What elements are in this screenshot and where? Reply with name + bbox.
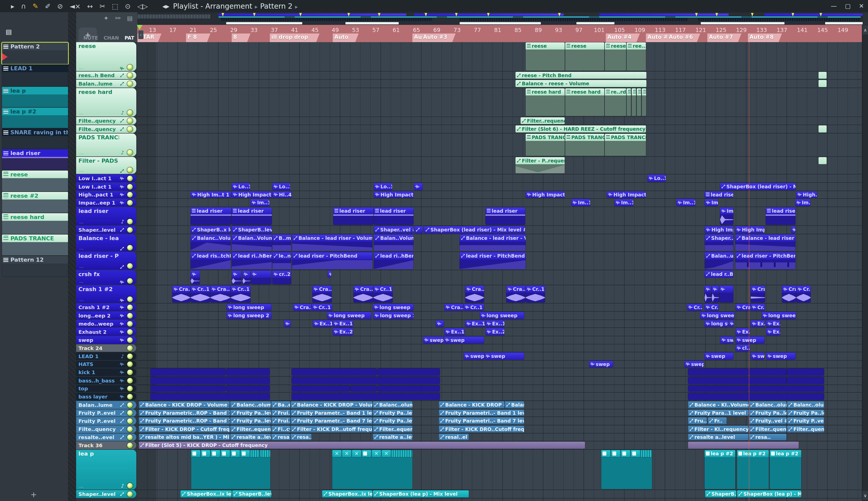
clip-body-block[interactable] (749, 385, 824, 392)
pattern-clip[interactable]: lead riser (232, 207, 272, 225)
track-header-24[interactable]: LEAD 1♪ (76, 352, 136, 360)
audio-clip[interactable] (231, 450, 240, 457)
playlist-track-lane-36[interactable]: ✕✕✕✕✕lea p #2lea p #2lea p #2 (137, 450, 862, 490)
track-header-3[interactable]: reese hard...♪ (76, 88, 136, 117)
automation-clip[interactable]: Fruity..vel #2 (749, 417, 786, 424)
automation-clip[interactable]: Fruity P..vel #2 (787, 417, 824, 424)
audio-clip[interactable] (221, 450, 230, 457)
audio-clip[interactable]: long sweep (373, 304, 414, 311)
automation-clip[interactable]: resalte altos mid ba..YER ) - Mix level (139, 434, 230, 440)
audio-clip[interactable]: swep (705, 353, 733, 360)
audio-clip[interactable] (705, 286, 711, 302)
playlist-track-lane-12[interactable]: lead riserlead riserlead riserlead riser… (137, 207, 862, 226)
track-mute-led[interactable] (127, 329, 133, 335)
audio-clip[interactable]: High Impact 1 (232, 191, 272, 198)
clip-body-block[interactable] (377, 369, 440, 376)
minimize-button[interactable]: — (831, 2, 837, 10)
automation-clip[interactable]: Balanc..olume (373, 401, 412, 408)
track-mute-led[interactable] (127, 126, 133, 132)
play-arrow-icon[interactable]: ▸ (11, 2, 14, 10)
clip-body-block[interactable] (292, 385, 350, 392)
audio-clip[interactable]: Cra..2 (506, 286, 525, 302)
pattern-clip[interactable]: lead riser (333, 207, 373, 225)
audio-clip[interactable]: Cr..1 (705, 304, 719, 311)
automation-clip[interactable]: Shaper..vel #2 (374, 226, 414, 233)
automation-clip[interactable]: Balanc..olume (787, 401, 824, 408)
playlist-track-lane-22[interactable]: swepswepswepswep (137, 336, 862, 344)
track-header-2[interactable]: Balan..lume (76, 80, 136, 87)
track-mute-led[interactable] (127, 297, 133, 302)
track-header-10[interactable]: High..pact 1 (76, 191, 136, 198)
audio-clip[interactable]: Hi..4 (272, 191, 292, 198)
timeline-marker-auto-8[interactable]: Auto #8 (748, 33, 782, 43)
automation-clip[interactable]: Balance - KICK DROP - Volume (291, 401, 372, 408)
clip-body-block[interactable] (351, 385, 377, 392)
automation-clip[interactable]: lead ris..tchBend (191, 252, 231, 269)
automation-clip[interactable] (415, 226, 423, 233)
track-mute-led[interactable] (127, 150, 133, 155)
playlist-track-lane-28[interactable] (137, 385, 862, 393)
audio-clip[interactable]: long swee (705, 320, 728, 327)
vertical-scrollbar[interactable]: ∧ ∨ (862, 25, 868, 501)
automation-clip[interactable]: Fruity Para..1 level #2 (688, 409, 749, 416)
audio-clip[interactable]: Im..1 (676, 199, 695, 206)
panel-tab-note[interactable]: NOTE (83, 35, 98, 41)
pattern-item-lea-p[interactable]: lea p (2, 87, 68, 107)
playlist-track-lane-4[interactable]: Filter..requency (137, 117, 862, 125)
track-mute-led[interactable] (127, 402, 133, 408)
pattern-item-lea-p-2[interactable]: lea p #2 (2, 108, 68, 128)
audio-clip[interactable]: Cra..2 (354, 286, 373, 302)
audio-clip[interactable]: Ex..2 (333, 328, 353, 335)
track-mute-led[interactable] (127, 184, 133, 190)
pattern-clip[interactable]: lea p #2 (770, 450, 801, 489)
audio-clip[interactable]: Lo..1 (272, 183, 290, 190)
draw-pencil-icon[interactable]: ✎ (32, 2, 38, 10)
pattern-clip[interactable]: lead riser (374, 207, 414, 225)
track-mute-led[interactable] (127, 443, 133, 448)
track-header-11[interactable]: Impac..eep 1 (76, 199, 136, 206)
audio-clip[interactable]: Cr..1 (373, 286, 393, 302)
automation-clip[interactable]: ShaperBox (lead riser) - Mix level #2 (424, 226, 525, 233)
audio-clip[interactable]: High..#5 (796, 191, 817, 198)
automation-clip[interactable]: reese - Pitch Bend (515, 72, 646, 79)
clip-body-block[interactable] (150, 369, 226, 376)
timeline-marker-8[interactable]: 8 (232, 33, 250, 43)
paint-brush-icon[interactable]: ✐ (45, 2, 51, 10)
audio-clip[interactable]: Cra..2 (751, 286, 765, 302)
track-mute-led[interactable] (127, 410, 133, 416)
audio-clip[interactable] (719, 286, 733, 302)
track-options[interactable]: ... (79, 65, 84, 70)
automation-clip[interactable]: Fruity Pa..level (230, 409, 271, 416)
audio-clip[interactable]: Cr..1 (687, 304, 702, 311)
track-header-34[interactable]: resalte..evel (76, 434, 136, 441)
zoom-icon[interactable]: ⊙ (125, 2, 131, 10)
pattern-clip[interactable]: reese hard (565, 88, 604, 116)
automation-clip[interactable]: Fruity Pa..level (230, 417, 271, 424)
playback-preview-icon[interactable]: ◁▷ (137, 2, 148, 10)
audio-clip[interactable] (251, 270, 271, 284)
playlist-track-lane-25[interactable]: swepswep (137, 361, 862, 368)
audio-clip[interactable]: Cr..1 (464, 304, 484, 311)
audio-clip[interactable]: Lo..1 (232, 183, 250, 190)
automation-clip[interactable]: Balance - lead riser - Volume (292, 235, 372, 251)
track-options[interactable]: ... (79, 110, 84, 116)
playlist-track-lane-18[interactable]: long sweepCra..2Cr..1long sweepCra..2Cr.… (137, 303, 862, 312)
track-options[interactable]: ... (79, 150, 84, 155)
playlist-track-lane-30[interactable]: Balance - KICK DROP - VolumeBalanc..olum… (137, 401, 862, 409)
clip-body-block[interactable] (226, 369, 270, 376)
audio-clip[interactable]: Cra..2 (736, 304, 750, 311)
track-mute-led[interactable] (127, 378, 133, 383)
track-header-16[interactable]: crsh fx... (76, 270, 136, 285)
audio-clip[interactable] (436, 320, 444, 327)
automation-clip[interactable]: Fi..cy (271, 426, 290, 433)
timeline-marker-auto-3[interactable]: Auto #3 (421, 33, 456, 43)
audio-clip[interactable]: Cr..1 (796, 286, 811, 302)
audio-clip[interactable]: Ex..1 (751, 320, 765, 327)
track-options[interactable]: ... (79, 245, 84, 250)
track-options[interactable]: ... (79, 168, 84, 173)
playlist-track-lane-29[interactable] (137, 393, 862, 401)
pattern-item-pads-trance[interactable]: PADS TRANCE (2, 235, 68, 255)
pattern-clip[interactable]: PADS TRANCE (605, 134, 646, 156)
pattern-item-lead-1[interactable]: LEAD 1 (2, 64, 68, 86)
audio-clip[interactable] (791, 226, 795, 233)
